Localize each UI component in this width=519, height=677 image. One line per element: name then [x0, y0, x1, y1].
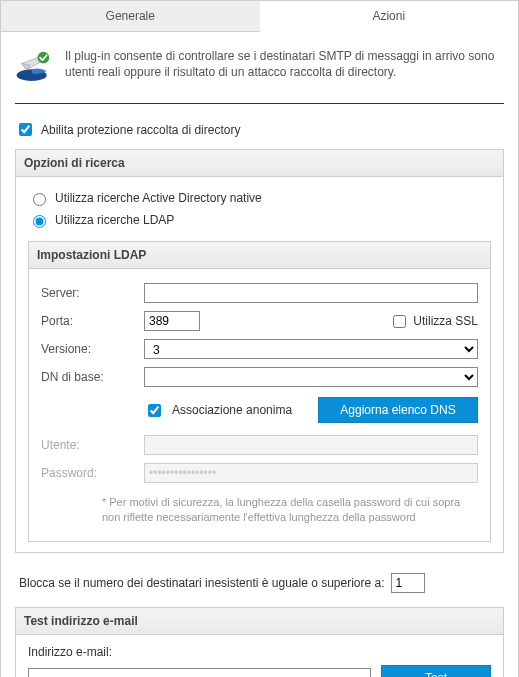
user-label: Utente: — [41, 438, 136, 452]
test-button[interactable]: Test — [381, 665, 491, 677]
anonymous-bind-label: Associazione anonima — [172, 403, 292, 417]
intro-text: Il plug-in consente di controllare se i … — [65, 48, 504, 87]
test-email-group: Test indirizzo e-mail Indirizzo e-mail: … — [15, 607, 504, 677]
tab-general[interactable]: Generale — [1, 1, 260, 32]
ldap-settings-title: Impostazioni LDAP — [29, 242, 490, 269]
intro-block: Il plug-in consente di controllare se i … — [15, 42, 504, 99]
search-options-title: Opzioni di ricerca — [16, 150, 503, 177]
port-input[interactable] — [144, 311, 200, 331]
version-label: Versione: — [41, 342, 136, 356]
password-input — [144, 463, 478, 483]
block-threshold-input[interactable] — [391, 573, 425, 593]
separator — [15, 103, 504, 104]
radio-ldap-label: Utilizza ricerche LDAP — [55, 213, 174, 227]
ldap-settings-group: Impostazioni LDAP Server: Porta: — [28, 241, 491, 542]
user-input — [144, 435, 478, 455]
verify-icon — [15, 48, 55, 87]
test-email-title: Test indirizzo e-mail — [16, 608, 503, 635]
radio-ad-native-label: Utilizza ricerche Active Directory nativ… — [55, 191, 262, 205]
password-label: Password: — [41, 466, 136, 480]
search-options-group: Opzioni di ricerca Utilizza ricerche Act… — [15, 149, 504, 553]
use-ssl-label: Utilizza SSL — [413, 314, 478, 328]
basedn-select[interactable] — [144, 367, 478, 387]
block-threshold-label: Blocca se il numero dei destinatari ines… — [19, 576, 385, 590]
password-note: * Per motivi di sicurezza, la lunghezza … — [102, 491, 478, 527]
radio-ldap[interactable] — [33, 215, 46, 228]
radio-ad-native[interactable] — [33, 193, 46, 206]
tabs: Generale Azioni — [1, 1, 518, 32]
port-label: Porta: — [41, 314, 136, 328]
refresh-dns-button[interactable]: Aggiorna elenco DNS — [318, 397, 478, 423]
server-input[interactable] — [144, 283, 478, 303]
tab-actions[interactable]: Azioni — [260, 1, 519, 32]
basedn-label: DN di base: — [41, 370, 136, 384]
anonymous-bind-checkbox[interactable] — [148, 404, 161, 417]
enable-protection-checkbox[interactable] — [19, 123, 32, 136]
version-select[interactable]: 3 — [144, 339, 478, 359]
server-label: Server: — [41, 286, 136, 300]
test-email-label: Indirizzo e-mail: — [28, 645, 491, 665]
enable-protection-label: Abilita protezione raccolta di directory — [41, 123, 240, 137]
test-email-input[interactable] — [28, 668, 371, 677]
use-ssl-checkbox[interactable] — [393, 315, 406, 328]
